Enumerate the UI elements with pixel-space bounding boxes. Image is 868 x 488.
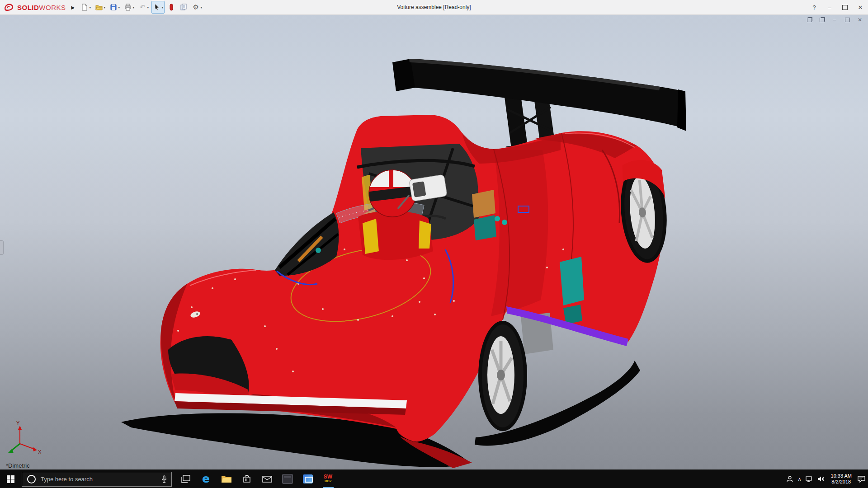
- network-icon[interactable]: [806, 476, 813, 482]
- print-caret[interactable]: ▾: [132, 5, 134, 9]
- action-center-icon[interactable]: [858, 475, 865, 483]
- taskbar-mail-button[interactable]: [257, 470, 277, 488]
- doc-restore-b-button[interactable]: [818, 17, 826, 23]
- tray-chevron-up-icon[interactable]: ∧: [797, 476, 801, 482]
- brand-text: SOLIDWORKS: [17, 4, 66, 11]
- view-orientation-label: *Dimetric: [6, 462, 30, 469]
- people-icon[interactable]: [786, 475, 793, 483]
- open-button[interactable]: ▾: [94, 1, 107, 14]
- expand-menu-icon[interactable]: ▶: [71, 5, 75, 10]
- save-button[interactable]: ▾: [108, 1, 121, 14]
- titlebar: SOLIDWORKS ▶ ▾ ▾ ▾: [0, 0, 868, 15]
- open-caret[interactable]: ▾: [104, 5, 105, 9]
- options-caret[interactable]: ▾: [200, 5, 202, 9]
- marker-tool-button[interactable]: [166, 1, 177, 14]
- new-document-button[interactable]: ▾: [79, 1, 92, 14]
- volume-icon[interactable]: [817, 476, 825, 482]
- undo-button[interactable]: ↶ ▾: [137, 1, 150, 14]
- taskbar-solidworks-button[interactable]: SW 2017: [318, 470, 338, 488]
- printer-icon: [124, 3, 132, 11]
- panel-collapse-tab[interactable]: [0, 240, 4, 255]
- taskbar-search[interactable]: [22, 472, 172, 487]
- 3d-model-race-car[interactable]: Y X: [0, 14, 868, 470]
- taskbar-clock[interactable]: 10:33 AM 8/2/2018: [829, 473, 854, 485]
- select-caret[interactable]: ▾: [161, 5, 163, 9]
- maximize-button[interactable]: [837, 0, 853, 14]
- taskbar-viewer-app-button[interactable]: [297, 470, 318, 488]
- save-floppy-icon: [109, 3, 118, 11]
- triad-y-label: Y: [16, 420, 20, 426]
- media-app-icon: [282, 474, 293, 484]
- window-title: Voiture assemblee [Read-only]: [397, 0, 471, 14]
- help-button[interactable]: ?: [807, 0, 822, 14]
- microphone-icon[interactable]: [161, 475, 167, 483]
- document-window-controls: – ✕: [806, 17, 863, 23]
- undo-icon: ↶: [138, 3, 146, 11]
- windows-logo-icon: [7, 475, 14, 483]
- rear-right-wheel[interactable]: [478, 321, 527, 431]
- taskbar-store-button[interactable]: [236, 470, 257, 488]
- doc-maximize-button[interactable]: [844, 17, 851, 23]
- report-button[interactable]: [178, 1, 189, 14]
- task-view-icon: [181, 475, 190, 483]
- sw-icon-year: 2017: [325, 479, 332, 483]
- doc-restore-a-button[interactable]: [806, 17, 813, 23]
- minimize-button[interactable]: –: [822, 0, 837, 14]
- triad-x-label: X: [38, 449, 42, 455]
- dassault-logo-icon: [4, 3, 15, 12]
- save-caret[interactable]: ▾: [118, 5, 120, 9]
- window-controls: ? – ✕: [807, 0, 868, 14]
- red-marker-icon: [167, 3, 175, 11]
- system-tray: ∧ 10:33 AM 8/2/2018: [786, 473, 868, 485]
- taskbar-apps: e SW: [175, 470, 338, 488]
- new-document-caret[interactable]: ▾: [89, 5, 91, 9]
- store-icon: [242, 474, 251, 483]
- quick-access-toolbar: ▾ ▾ ▾ ▾ ↶ ▾: [79, 1, 203, 14]
- taskbar: e SW: [0, 469, 868, 488]
- maximize-icon: [842, 5, 848, 10]
- task-view-button[interactable]: [175, 470, 196, 488]
- search-input[interactable]: [40, 475, 157, 483]
- taskbar-edge-button[interactable]: e: [196, 470, 216, 488]
- solidworks-2017-icon: SW 2017: [324, 474, 332, 483]
- doc-close-button[interactable]: ✕: [856, 17, 863, 23]
- gear-icon: ⚙: [192, 3, 200, 11]
- taskbar-file-explorer-button[interactable]: [216, 470, 236, 488]
- orientation-triad: Y X: [8, 420, 42, 455]
- viewer-app-icon: [303, 474, 313, 483]
- brand-works: WORKS: [39, 4, 66, 11]
- start-button[interactable]: [0, 470, 21, 488]
- edge-icon: e: [202, 474, 210, 484]
- print-button[interactable]: ▾: [123, 1, 136, 14]
- select-tool-button[interactable]: ▾: [151, 1, 165, 14]
- cortana-icon: [27, 475, 36, 483]
- file-explorer-icon: [221, 474, 232, 483]
- options-button[interactable]: ⚙ ▾: [190, 1, 203, 14]
- new-document-icon: [80, 3, 89, 11]
- clock-date: 8/2/2018: [831, 479, 852, 485]
- mail-icon: [262, 475, 272, 483]
- solidworks-logo: SOLIDWORKS: [0, 3, 66, 12]
- doc-minimize-button[interactable]: –: [831, 17, 838, 23]
- sw-icon-text: SW: [324, 474, 332, 479]
- brand-solid: SOLID: [17, 4, 39, 11]
- taskbar-media-app-button[interactable]: [277, 470, 297, 488]
- report-pages-icon: [179, 3, 188, 11]
- graphics-viewport[interactable]: – ✕: [0, 14, 868, 470]
- close-button[interactable]: ✕: [853, 0, 868, 14]
- select-cursor-icon: [153, 3, 161, 11]
- open-folder-icon: [95, 3, 103, 11]
- undo-caret[interactable]: ▾: [147, 5, 149, 9]
- clock-time: 10:33 AM: [831, 473, 852, 479]
